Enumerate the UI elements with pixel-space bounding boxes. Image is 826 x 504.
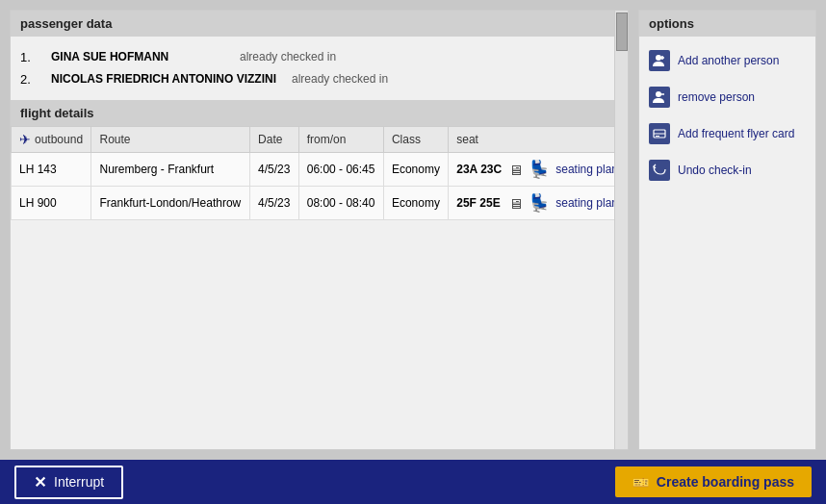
option-undo-checkin-label: Undo check-in [678, 164, 752, 177]
passenger-list: 1. GINA SUE HOFMANN already checked in 2… [11, 37, 628, 100]
flight-details-header: flight details [11, 100, 628, 126]
col-header-seat: seat [449, 127, 628, 153]
option-add-flyer-card[interactable]: Add frequent flyer card [639, 117, 815, 150]
outbound-label: outbound [35, 133, 83, 146]
seating-plan-link-2[interactable]: seating plan [555, 196, 618, 210]
flight-route-2: Frankfurt-London/Heathrow [91, 187, 250, 220]
option-add-flyer-card-label: Add frequent flyer card [678, 127, 794, 140]
passenger-status-1: already checked in [240, 50, 336, 63]
col-header-from-on: from/on [298, 127, 383, 153]
seat-numbers-1: 23A 23C [456, 163, 503, 176]
option-undo-checkin[interactable]: Undo check-in [639, 154, 815, 187]
flight-route-1: Nuremberg - Frankfurt [91, 153, 250, 187]
flight-class-2: Economy [383, 187, 448, 220]
passenger-row-1: 1. GINA SUE HOFMANN already checked in [20, 46, 618, 68]
passenger-number-1: 1. [20, 50, 36, 64]
option-add-person[interactable]: Add another person [639, 44, 815, 77]
flight-id-2: LH 900 [12, 187, 91, 220]
flight-row-lh143: LH 143 Nuremberg - Frankfurt 4/5/23 06:0… [12, 153, 628, 187]
passenger-name-2: NICOLAS FRIEDRICH ANTONINO VIZZINI [51, 72, 276, 86]
passenger-name-1: GINA SUE HOFMANN [51, 50, 224, 63]
x-icon: ✕ [34, 473, 46, 491]
passenger-number-2: 2. [20, 72, 36, 87]
svg-rect-7 [656, 136, 659, 137]
seat-chair-icon-1: 💺 [529, 159, 550, 180]
option-remove-person-label: remove person [678, 90, 755, 104]
interrupt-button[interactable]: ✕ Interrupt [14, 466, 123, 499]
flight-date-2: 4/5/23 [250, 187, 299, 220]
seat-monitor-icon-2: 🖥 [508, 195, 523, 212]
boarding-pass-icon: 🎫 [632, 474, 649, 490]
seat-numbers-2: 25F 25E [456, 196, 503, 210]
add-person-icon [649, 50, 670, 71]
right-panel: options Add another person [638, 10, 816, 450]
flight-table: ✈ outbound Route Date from/on Class seat… [11, 126, 628, 220]
options-list: Add another person remove person [639, 37, 815, 194]
scrollbar-thumb[interactable] [616, 13, 628, 51]
flight-time-2: 08:00 - 08:40 [298, 187, 383, 220]
option-add-person-label: Add another person [678, 54, 779, 67]
flight-seat-1: 23A 23C 🖥 💺 seating plan [449, 153, 628, 187]
seating-plan-link-1[interactable]: seating plan [555, 163, 618, 176]
remove-person-icon [649, 87, 670, 108]
col-header-route: Route [91, 127, 250, 153]
flight-table-container: ✈ outbound Route Date from/on Class seat… [11, 126, 628, 220]
col-header-outbound: ✈ outbound [12, 127, 91, 153]
seat-chair-icon-2: 💺 [529, 192, 550, 214]
option-remove-person[interactable]: remove person [639, 81, 815, 113]
flight-time-1: 06:00 - 06:45 [298, 153, 383, 187]
flight-id-1: LH 143 [12, 153, 91, 187]
passenger-data-header: passenger data [11, 11, 628, 37]
passenger-status-2: already checked in [292, 72, 388, 86]
bottom-bar: ✕ Interrupt 🎫 Create boarding pass [0, 460, 826, 504]
undo-checkin-icon [649, 160, 670, 181]
flight-date-1: 4/5/23 [250, 153, 299, 187]
seat-monitor-icon-1: 🖥 [508, 162, 523, 178]
flight-seat-2: 25F 25E 🖥 💺 seating plan [449, 187, 628, 220]
options-header: options [639, 11, 815, 37]
left-panel: passenger data 1. GINA SUE HOFMANN alrea… [10, 10, 629, 450]
scrollbar[interactable] [614, 11, 628, 449]
col-header-date: Date [250, 127, 299, 153]
main-area: passenger data 1. GINA SUE HOFMANN alrea… [0, 0, 826, 460]
create-boarding-label: Create boarding pass [657, 474, 794, 490]
interrupt-label: Interrupt [54, 474, 104, 490]
flight-class-1: Economy [383, 153, 448, 187]
create-boarding-pass-button[interactable]: 🎫 Create boarding pass [615, 466, 812, 497]
flight-row-lh900: LH 900 Frankfurt-London/Heathrow 4/5/23 … [12, 187, 628, 220]
add-flyer-card-icon [649, 123, 670, 144]
passenger-row-2: 2. NICOLAS FRIEDRICH ANTONINO VIZZINI al… [20, 68, 618, 90]
plane-icon: ✈ [19, 132, 31, 147]
col-header-class: Class [383, 127, 448, 153]
